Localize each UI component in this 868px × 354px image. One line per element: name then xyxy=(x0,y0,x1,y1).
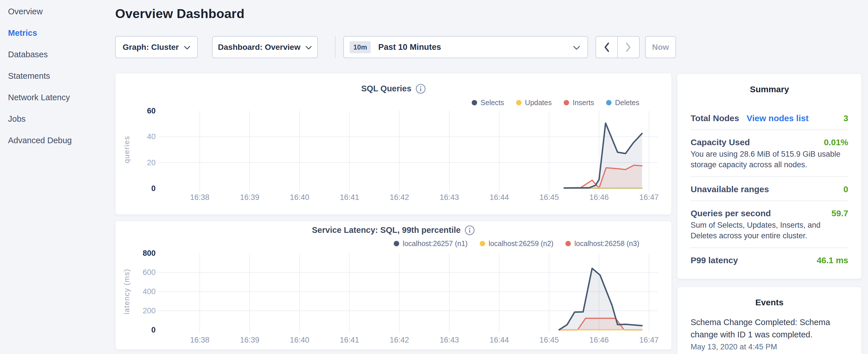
svg-text:16:41: 16:41 xyxy=(340,336,359,344)
sidebar-item-metrics[interactable]: Metrics xyxy=(8,28,105,50)
summary-title: Summary xyxy=(691,84,848,95)
summary-label: Capacity Used xyxy=(691,137,750,147)
svg-text:40: 40 xyxy=(147,132,156,141)
svg-text:20: 20 xyxy=(147,158,156,167)
summary-label: Unavailable ranges xyxy=(691,185,769,194)
svg-text:16:40: 16:40 xyxy=(290,193,309,202)
service-latency-chart-card: Service Latency: SQL, 99th percentile lo… xyxy=(115,221,672,350)
service-latency-plot[interactable]: 16:3816:3916:4016:4116:4216:4316:4416:45… xyxy=(116,221,672,350)
now-button[interactable]: Now xyxy=(645,36,676,58)
dashboard-dropdown-label: Dashboard: Overview xyxy=(218,43,301,52)
svg-text:16:39: 16:39 xyxy=(240,336,259,344)
overview-dashboard-page: { "palette": { "accent_blue": "#2b6fe8",… xyxy=(0,0,868,354)
dashboard-dropdown[interactable]: Dashboard: Overview xyxy=(212,36,318,58)
svg-text:600: 600 xyxy=(143,268,156,277)
summary-row-unavailable-ranges: Unavailable ranges 0 xyxy=(691,177,848,201)
summary-label: P99 latency xyxy=(691,255,738,265)
sidebar-item-network-latency[interactable]: Network Latency xyxy=(8,93,105,114)
svg-text:16:46: 16:46 xyxy=(589,193,609,202)
svg-text:0: 0 xyxy=(151,184,156,193)
svg-text:16:39: 16:39 xyxy=(240,193,259,202)
sql-queries-plot[interactable]: 16:3816:3916:4016:4116:4216:4316:4416:45… xyxy=(116,73,672,215)
view-nodes-list-link[interactable]: View nodes list xyxy=(746,114,808,123)
summary-label: Queries per second xyxy=(691,208,771,218)
time-step-back-button[interactable] xyxy=(596,37,617,58)
summary-row-capacity-used: Capacity Used 0.01% You are using 28.6 M… xyxy=(691,130,848,177)
summary-value: 0 xyxy=(843,185,848,194)
event-item-timestamp: May 13, 2020 at 4:45 PM xyxy=(691,342,848,352)
svg-text:16:38: 16:38 xyxy=(190,336,210,344)
chevron-down-icon xyxy=(184,46,190,50)
summary-row-p99-latency: P99 latency 46.1 ms xyxy=(691,248,848,271)
sql-queries-chart-card: SQL Queries SelectsUpdatesInsertsDeletes… xyxy=(115,73,672,215)
sidebar-item-statements[interactable]: Statements xyxy=(8,71,105,93)
sidebar-item-overview[interactable]: Overview xyxy=(8,7,105,28)
now-button-label: Now xyxy=(652,43,669,52)
svg-text:16:42: 16:42 xyxy=(390,193,409,202)
svg-text:16:41: 16:41 xyxy=(340,193,359,202)
page-title: Overview Dashboard xyxy=(115,6,244,21)
svg-text:800: 800 xyxy=(143,249,156,257)
summary-row-queries-per-second: Queries per second 59.7 Sum of Selects, … xyxy=(691,201,848,248)
graph-scope-label: Graph: Cluster xyxy=(123,43,179,52)
time-range-badge: 10m xyxy=(350,41,371,53)
chevron-down-icon xyxy=(573,46,580,50)
svg-text:16:46: 16:46 xyxy=(589,336,609,344)
chevron-down-icon xyxy=(306,46,312,50)
svg-text:400: 400 xyxy=(143,287,156,296)
summary-description: You are using 28.6 MiB of 515.9 GiB usab… xyxy=(691,149,848,170)
svg-text:60: 60 xyxy=(147,106,156,115)
sidebar-item-advanced-debug[interactable]: Advanced Debug xyxy=(8,135,105,157)
svg-text:16:45: 16:45 xyxy=(539,336,559,344)
sidebar-item-jobs[interactable]: Jobs xyxy=(8,114,105,135)
summary-label: Total Nodes xyxy=(691,114,739,123)
graph-scope-dropdown[interactable]: Graph: Cluster xyxy=(115,36,198,58)
svg-text:16:45: 16:45 xyxy=(539,193,559,202)
summary-value: 0.01% xyxy=(824,137,848,147)
time-step-button-group xyxy=(595,36,640,58)
svg-text:latency (ms): latency (ms) xyxy=(122,269,131,315)
summary-row-total-nodes: Total Nodes View nodes list 3 xyxy=(691,95,848,130)
time-range-selector[interactable]: 10m Past 10 Minutes xyxy=(343,36,588,58)
event-item-text: Schema Change Completed: Schema change w… xyxy=(691,316,831,341)
svg-text:16:40: 16:40 xyxy=(290,336,309,344)
svg-text:200: 200 xyxy=(143,307,156,315)
svg-text:16:44: 16:44 xyxy=(490,193,509,202)
summary-description: Sum of Selects, Updates, Inserts, and De… xyxy=(691,220,848,241)
svg-text:16:42: 16:42 xyxy=(390,336,409,344)
svg-text:16:47: 16:47 xyxy=(639,193,659,202)
sidebar-nav: Overview Metrics Databases Statements Ne… xyxy=(8,7,105,157)
svg-text:16:43: 16:43 xyxy=(440,193,459,202)
svg-text:queries: queries xyxy=(122,136,131,163)
chevron-right-icon xyxy=(625,42,632,53)
svg-text:16:38: 16:38 xyxy=(190,193,210,202)
summary-value: 3 xyxy=(843,114,848,123)
svg-text:0: 0 xyxy=(151,326,156,334)
events-panel: Events Schema Change Completed: Schema c… xyxy=(677,287,862,354)
toolbar: Graph: Cluster Dashboard: Overview 10m P… xyxy=(115,36,688,58)
summary-panel: Summary Total Nodes View nodes list 3 Ca… xyxy=(677,74,862,279)
svg-text:16:47: 16:47 xyxy=(639,336,659,344)
summary-value: 46.1 ms xyxy=(817,255,848,265)
summary-value: 59.7 xyxy=(832,208,848,218)
time-range-label: Past 10 Minutes xyxy=(378,42,441,52)
events-title: Events xyxy=(691,297,848,308)
chevron-left-icon xyxy=(603,42,610,53)
toolbar-divider xyxy=(335,36,336,58)
time-step-forward-button[interactable] xyxy=(617,37,639,58)
sidebar-item-databases[interactable]: Databases xyxy=(8,50,105,71)
svg-text:16:43: 16:43 xyxy=(440,336,459,344)
svg-text:16:44: 16:44 xyxy=(490,336,509,344)
